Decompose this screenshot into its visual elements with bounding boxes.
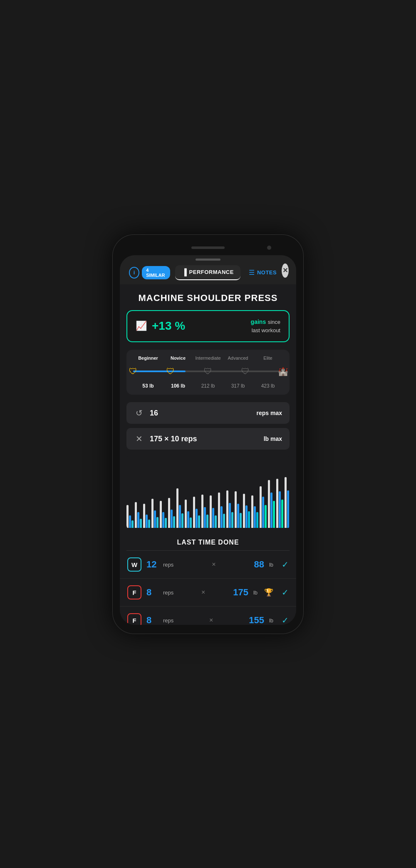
shield-elite-icon: 🏰 [277,366,289,377]
row1-weight: 88 [254,559,264,570]
gains-right: gains since last workout [251,318,280,335]
chart-bar [140,519,142,528]
gains-since: since [268,319,280,325]
chart-bar [135,502,137,528]
info-icon: i [129,267,139,279]
shield-novice-icon: 🛡 [165,366,176,377]
chart-bar [226,490,228,528]
notes-icon: ☰ [249,269,255,276]
row2-reps: 8 [146,587,158,598]
gains-card: 📈 +13 % gains since last workout [126,310,290,343]
exercise-name: MACHINE SHOULDER PRESS [120,284,296,310]
row1-check-icon: ✓ [282,560,289,570]
chart-bar [276,479,278,528]
performance-label: PERFORMANCE [189,269,234,275]
chart-bar-group [185,500,192,528]
close-button[interactable]: ✕ [282,264,289,278]
strength-labels: Beginner Novice Intermediate Advanced El… [133,356,283,361]
chart-bar [215,515,217,528]
trophy-icon: 🏆 [264,588,273,597]
similar-badge[interactable]: 4 SIMILAR [142,266,170,279]
chart-bar [235,491,237,528]
chart-bar [171,510,173,528]
strength-bar: 🛡 🛡 🛡 🛡 🏰 [133,364,283,379]
chart-bar [256,512,258,528]
trend-arrow-icon: 📈 [136,321,147,331]
workout-row-2: F 8 reps × 175 lb 🏆 ✓ [120,579,296,607]
chart-bar [251,495,253,528]
chart-bar [220,506,223,528]
chart-bar [237,504,239,528]
marker-advanced: 🛡 [240,366,251,377]
chart-bar [185,500,187,528]
weight-icon: ✕ [134,434,144,444]
drag-handle [196,259,220,261]
chart-bar-group [218,492,225,528]
chart-bar-group [210,495,217,528]
chart-bar [198,515,200,528]
strength-fill [133,371,186,372]
chart-bar [156,517,158,528]
chart-bar [151,499,154,528]
val-elite: 423 lb [253,383,283,389]
label-novice: Novice [163,356,193,361]
row1-reps: 12 [146,559,158,570]
marker-novice: 🛡 [165,366,176,377]
row3-check-icon: ✓ [282,615,289,624]
chart-bar [126,505,129,528]
chart-bar-group [260,486,267,528]
row2-reps-label: reps [163,589,173,596]
chart-bar [148,520,150,528]
lb-max-row: ✕ 175 × 10 reps lb max [126,428,290,450]
row3-weight: 155 [249,615,264,624]
chart-bar [160,501,162,528]
chart-bar-group [168,498,175,528]
row2-check-icon: ✓ [282,587,289,597]
shield-intermediate-icon: 🛡 [202,366,214,377]
main-content: MACHINE SHOULDER PRESS 📈 +13 % gains sin… [120,284,296,625]
workout-row-1: W 12 reps × 88 lb ✓ [120,551,296,579]
chart-bar [204,507,206,528]
row1-x: × [178,561,249,568]
chart-bar [285,477,287,528]
chart-bar [131,520,134,528]
workout-row-3: F 8 reps × 155 lb ✓ [120,607,296,624]
chart-bar [287,490,289,528]
notch-pill [191,246,225,249]
chart-bar-group [160,501,167,528]
tab-info[interactable]: i 4 SIMILAR [127,266,172,279]
val-beginner: 53 lb [133,383,163,389]
tab-notes[interactable]: ☰ NOTES [244,265,282,280]
row2-weight: 175 [233,587,248,598]
marker-elite: 🏰 [277,366,289,377]
chart-bar [165,518,167,528]
chart-bar [231,512,233,528]
lb-max-label: lb max [264,435,282,442]
reps-max-label: reps max [257,410,282,416]
label-intermediate: Intermediate [193,356,223,361]
row3-x: × [178,617,244,624]
chart-bar [168,498,170,528]
chart-bar [129,515,131,528]
gains-percent: +13 % [152,319,185,333]
chart-bar [181,513,183,528]
phone-frame: i 4 SIMILAR ▐ PERFORMANCE ☰ NOTES ✕ MACH… [112,234,304,634]
tab-group: i 4 SIMILAR ▐ PERFORMANCE ☰ NOTES [127,265,282,280]
top-bar: i 4 SIMILAR ▐ PERFORMANCE ☰ NOTES ✕ [120,255,296,284]
row3-reps: 8 [146,615,158,624]
chart-bar [212,508,214,528]
chart-bar-group [193,497,200,528]
gains-last-workout: last workout [252,327,280,333]
chart-bar [254,506,256,528]
workout-tag-w: W [127,557,141,572]
notes-label: NOTES [257,269,277,276]
tab-performance[interactable]: ▐ PERFORMANCE [175,265,240,280]
label-beginner: Beginner [133,356,163,361]
chart-bar [162,512,164,528]
chart-bar [265,505,267,528]
val-novice: 106 lb [163,383,193,389]
chart-bar-group [285,477,290,528]
gains-left: 📈 +13 % [136,319,185,333]
marker-intermediate: 🛡 [202,366,214,377]
val-advanced: 317 lb [223,383,253,389]
